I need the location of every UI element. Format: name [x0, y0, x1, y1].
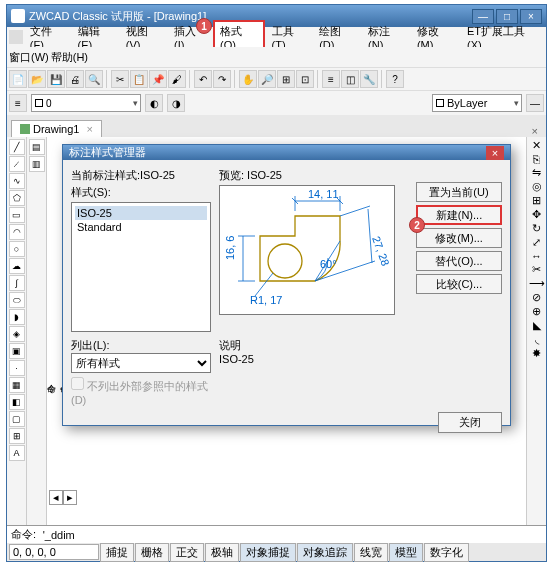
rect-icon[interactable]: ▭: [9, 207, 25, 223]
dialog-action-button[interactable]: 替代(O)...: [416, 251, 502, 271]
dialog-action-button[interactable]: 新建(N)...: [416, 205, 502, 225]
revcloud-icon[interactable]: ☁: [9, 258, 25, 274]
status-toggle[interactable]: 正交: [170, 543, 204, 562]
move-icon[interactable]: ✥: [532, 208, 541, 221]
stretch-icon[interactable]: ↔: [531, 250, 542, 262]
paste-icon[interactable]: 📌: [149, 70, 167, 88]
preview-pane: 14, 11 16, 6 27, 28 60° R1, 17: [219, 185, 395, 315]
layeriso-icon[interactable]: ◑: [167, 94, 185, 112]
gradient-icon[interactable]: ◧: [9, 394, 25, 410]
offset-icon[interactable]: ◎: [532, 180, 542, 193]
join-icon[interactable]: ⊕: [532, 305, 541, 318]
style-item[interactable]: Standard: [75, 220, 207, 234]
insert-icon[interactable]: ◈: [9, 326, 25, 342]
close-button[interactable]: 关闭: [438, 412, 502, 433]
trim-icon[interactable]: ✂: [532, 263, 541, 276]
mtext-icon[interactable]: A: [9, 445, 25, 461]
copy2-icon[interactable]: ⎘: [533, 153, 540, 165]
status-toggle[interactable]: 对象追踪: [297, 543, 353, 562]
style-item[interactable]: ISO-25: [75, 206, 207, 220]
doc-tab[interactable]: Drawing1 ×: [11, 120, 102, 137]
tool2b-icon[interactable]: ▥: [29, 156, 45, 172]
dialog-action-button[interactable]: 修改(M)...: [416, 228, 502, 248]
status-toggle[interactable]: 对象捕捉: [240, 543, 296, 562]
line-icon[interactable]: ╱: [9, 139, 25, 155]
styles-listbox[interactable]: ISO-25Standard: [71, 202, 211, 332]
break-icon[interactable]: ⊘: [532, 291, 541, 304]
command-line[interactable]: 命令: '_ddim: [7, 525, 546, 543]
ellipsearc-icon[interactable]: ◗: [9, 309, 25, 325]
cmd-prefix: 命令:: [11, 527, 36, 542]
tool2a-icon[interactable]: ▤: [29, 139, 45, 155]
block-icon[interactable]: ▣: [9, 343, 25, 359]
dialog-buttons: 置为当前(U)新建(N)...修改(M)...替代(O)...比较(C)...: [416, 168, 502, 332]
status-toggle[interactable]: 极轴: [205, 543, 239, 562]
status-toggle[interactable]: 数字化: [424, 543, 469, 562]
point-icon[interactable]: ·: [9, 360, 25, 376]
redo-icon[interactable]: ↷: [213, 70, 231, 88]
dialog-action-button[interactable]: 置为当前(U): [416, 182, 502, 202]
circle-icon[interactable]: ○: [9, 241, 25, 257]
doc-tab-icon: [20, 124, 30, 134]
rotate-icon[interactable]: ↻: [532, 222, 541, 235]
open-icon[interactable]: 📂: [28, 70, 46, 88]
status-toggle[interactable]: 线宽: [354, 543, 388, 562]
list-filter-select[interactable]: 所有样式: [71, 353, 211, 373]
mirror-icon[interactable]: ⇋: [532, 166, 541, 179]
hatch-icon[interactable]: ▦: [9, 377, 25, 393]
explode-icon[interactable]: ✸: [532, 347, 541, 360]
print-icon[interactable]: 🖨: [66, 70, 84, 88]
menu-item[interactable]: 帮助(H): [51, 50, 88, 65]
scale-icon[interactable]: ⤢: [532, 236, 541, 249]
status-toggle[interactable]: 模型: [389, 543, 423, 562]
copy-icon[interactable]: 📋: [130, 70, 148, 88]
arc-icon[interactable]: ◠: [9, 224, 25, 240]
preview-icon[interactable]: 🔍: [85, 70, 103, 88]
new-icon[interactable]: 📄: [9, 70, 27, 88]
menu-item[interactable]: 窗口(W): [9, 50, 49, 65]
chamfer-icon[interactable]: ◣: [533, 319, 541, 332]
layerstate-icon[interactable]: ◐: [145, 94, 163, 112]
extend-icon[interactable]: ⟶: [529, 277, 545, 290]
svg-text:60°: 60°: [320, 258, 337, 270]
brush-icon[interactable]: 🖌: [168, 70, 186, 88]
help-icon[interactable]: ?: [386, 70, 404, 88]
status-toggle[interactable]: 捕捉: [100, 543, 134, 562]
svg-point-0: [268, 244, 302, 278]
zoom-icon[interactable]: 🔎: [258, 70, 276, 88]
polygon-icon[interactable]: ⬠: [9, 190, 25, 206]
fillet-icon[interactable]: ◟: [535, 333, 539, 346]
array-icon[interactable]: ⊞: [532, 194, 541, 207]
spline-icon[interactable]: ∫: [9, 275, 25, 291]
props-icon[interactable]: ≡: [322, 70, 340, 88]
pan-icon[interactable]: ✋: [239, 70, 257, 88]
undo-icon[interactable]: ↶: [194, 70, 212, 88]
doc-tab-close[interactable]: ×: [86, 123, 92, 135]
cut-icon[interactable]: ✂: [111, 70, 129, 88]
tabrow-close-icon[interactable]: ×: [528, 125, 542, 137]
dc-icon[interactable]: ◫: [341, 70, 359, 88]
zoomwin-icon[interactable]: ⊞: [277, 70, 295, 88]
menu-bar-2: 窗口(W)帮助(H): [7, 47, 546, 67]
layer-icon[interactable]: ≡: [9, 94, 27, 112]
layer-combo[interactable]: 0: [31, 94, 141, 112]
status-toggle[interactable]: 栅格: [135, 543, 169, 562]
ltype-icon[interactable]: —: [526, 94, 544, 112]
dialog-close-icon[interactable]: ×: [486, 146, 504, 160]
layout-next[interactable]: ▸: [63, 490, 77, 505]
status-bar: 0, 0, 0, 0 捕捉栅格正交极轴对象捕捉对象追踪线宽模型数字化: [7, 543, 546, 561]
region-icon[interactable]: ▢: [9, 411, 25, 427]
ellipse-icon[interactable]: ⬭: [9, 292, 25, 308]
xline-icon[interactable]: ⟋: [9, 156, 25, 172]
dialog-action-button[interactable]: 比较(C)...: [416, 274, 502, 294]
save-icon[interactable]: 💾: [47, 70, 65, 88]
layout-prev[interactable]: ◂: [49, 490, 63, 505]
erase-icon[interactable]: ✕: [532, 139, 541, 152]
app-icon: [11, 9, 25, 23]
zoomext-icon[interactable]: ⊡: [296, 70, 314, 88]
svg-text:27, 28: 27, 28: [370, 235, 392, 268]
pline-icon[interactable]: ∿: [9, 173, 25, 189]
color-combo[interactable]: ByLayer: [432, 94, 522, 112]
table-icon[interactable]: ⊞: [9, 428, 25, 444]
tool-icon[interactable]: 🔧: [360, 70, 378, 88]
